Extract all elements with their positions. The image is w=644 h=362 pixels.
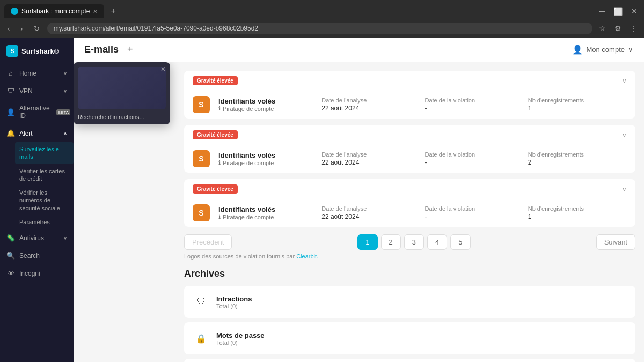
- app-container: S Surfshark® ⌂ Home ∨ 🛡 VPN ∨ 👤 Alternat…: [0, 38, 644, 362]
- back-button[interactable]: ‹: [4, 24, 13, 34]
- tab-close-button[interactable]: ✕: [93, 8, 98, 15]
- page-5-button[interactable]: 5: [450, 234, 470, 250]
- severity-badge-1: Gravité élevée: [193, 76, 238, 85]
- sidebar-item-ssn[interactable]: Vérifier les numéros de sécurité sociale: [19, 186, 74, 215]
- breach-subtitle-icon-2: ℹ: [218, 159, 221, 166]
- alert-label: Alert: [19, 130, 33, 137]
- archive-item-passwords[interactable]: 🔒 Mots de passe Total (0): [184, 322, 635, 354]
- breach-expand-1[interactable]: ∨: [622, 77, 627, 85]
- breach-avatar-2: S: [193, 150, 210, 167]
- sidebar-item-emails[interactable]: Surveillez les e-mails: [15, 142, 74, 164]
- passwords-count: Total (0): [216, 339, 265, 346]
- emails-label: Surveillez les e-mails: [19, 146, 61, 160]
- sidebar-item-home[interactable]: ⌂ Home ∨: [0, 64, 74, 82]
- account-label: Mon compte: [586, 46, 625, 54]
- archives-section: Archives 🛡 Infractions Total (0) 🔒 Mots …: [184, 268, 635, 362]
- infractions-label: Infractions: [216, 295, 252, 303]
- sidebar-item-vpn[interactable]: 🛡 VPN ∨: [0, 82, 74, 100]
- minimize-button[interactable]: ─: [597, 6, 607, 17]
- breach-info-3: Identifiants volés ℹ Piratage de compte: [218, 205, 317, 220]
- tab-bar: Surfshark : mon compte ✕ + ─ ⬜ ✕: [0, 0, 644, 19]
- breach-header-1[interactable]: Gravité élevée ∨: [184, 71, 635, 91]
- severity-badge-2: Gravité élevée: [193, 130, 238, 139]
- breach-subtitle-icon-1: ℹ: [218, 105, 221, 112]
- severity-badge-3: Gravité élevée: [193, 184, 238, 194]
- sidebar-item-incognito[interactable]: 👁 Incogni: [0, 264, 74, 282]
- bookmark-button[interactable]: ☆: [597, 23, 608, 34]
- next-button[interactable]: Suivant: [596, 234, 635, 250]
- sidebar-item-search[interactable]: 🔍 Search: [0, 247, 74, 264]
- account-button[interactable]: 👤 Mon compte ∨: [572, 45, 633, 55]
- breach-subtitle-3: ℹ Piratage de compte: [218, 213, 317, 220]
- reload-button[interactable]: ↻: [31, 24, 43, 34]
- breach-subtitle-2: ℹ Piratage de compte: [218, 159, 317, 166]
- breach-list: Gravité élevée ∨ S Identifiants volés ℹ …: [184, 71, 635, 362]
- add-email-button[interactable]: +: [124, 43, 136, 56]
- clearbit-link[interactable]: Clearbit.: [296, 253, 318, 260]
- page-1-button[interactable]: 1: [357, 234, 377, 250]
- page-2-button[interactable]: 2: [381, 234, 401, 250]
- dropdown-close-button[interactable]: ✕: [160, 65, 166, 73]
- page-4-button[interactable]: 4: [427, 234, 447, 250]
- prev-button[interactable]: Précédent: [184, 234, 232, 250]
- sidebar-item-cards[interactable]: Vérifier les cartes de crédit: [19, 164, 74, 186]
- breach-subtitle-icon-3: ℹ: [218, 213, 221, 220]
- menu-button[interactable]: ⋮: [628, 23, 640, 34]
- logo-shark: S: [11, 48, 14, 54]
- params-label: Paramètres: [19, 219, 50, 225]
- close-browser-button[interactable]: ✕: [629, 6, 640, 17]
- archive-item-personal[interactable]: 📄 Informations personnelles Total (0): [184, 359, 635, 362]
- antivirus-label: Antivirus: [19, 234, 44, 242]
- breach-avatar-1: S: [193, 96, 210, 113]
- antivirus-icon: 🦠: [6, 234, 15, 242]
- sidebar: S Surfshark® ⌂ Home ∨ 🛡 VPN ∨ 👤 Alternat…: [0, 38, 74, 362]
- sidebar-item-antivirus[interactable]: 🦠 Antivirus ∨: [0, 229, 74, 247]
- url-text: my.surfshark.com/alert/email/01917fa5-5e…: [54, 25, 258, 32]
- breach-header-2[interactable]: Gravité élevée ∨: [184, 125, 635, 145]
- header-right: 👤 Mon compte ∨: [572, 45, 633, 55]
- breach-avatar-3: S: [193, 204, 210, 221]
- alert-chevron: ∧: [63, 130, 67, 136]
- breach-count-3: Nb d'enregistrements 1: [528, 205, 627, 220]
- dropdown-text: Recherche d'infractions...: [78, 114, 166, 120]
- breach-date-3: Date de l'analyse 22 août 2024: [321, 205, 420, 220]
- active-tab[interactable]: Surfshark : mon compte ✕: [4, 4, 104, 18]
- page-3-button[interactable]: 3: [404, 234, 424, 250]
- search-label: Search: [19, 252, 40, 260]
- archive-item-infractions[interactable]: 🛡 Infractions Total (0): [184, 286, 635, 318]
- home-chevron: ∨: [63, 70, 67, 76]
- page-numbers: 1 2 3 4 5: [232, 234, 596, 250]
- account-chevron: ∨: [628, 46, 633, 54]
- altid-icon: 👤: [6, 108, 15, 116]
- dropdown-image: [78, 67, 166, 109]
- antivirus-chevron: ∨: [63, 235, 67, 241]
- infractions-icon: 🛡: [193, 293, 210, 311]
- new-tab-button[interactable]: +: [106, 4, 120, 18]
- breach-expand-2[interactable]: ∨: [622, 131, 627, 139]
- sidebar-item-altid[interactable]: 👤 Alternative ID BETA: [0, 100, 74, 124]
- page-title: E-mails: [84, 44, 119, 55]
- restore-button[interactable]: ⬜: [611, 6, 625, 17]
- breach-subtitle-1: ℹ Piratage de compte: [218, 105, 317, 112]
- ssn-label: Vérifier les numéros de sécurité sociale: [19, 189, 60, 211]
- dropdown-card: ✕ Recherche d'infractions...: [74, 62, 170, 124]
- breach-title-1: Identifiants volés: [218, 97, 317, 105]
- breach-body-2: S Identifiants volés ℹ Piratage de compt…: [184, 145, 635, 173]
- content-area: ✕ Recherche d'infractions... Gravité éle…: [74, 62, 644, 362]
- logo: S Surfshark®: [0, 38, 74, 64]
- tab-label: Surfshark : mon compte: [21, 8, 90, 15]
- page-header: E-mails + 👤 Mon compte ∨: [74, 38, 644, 62]
- alert-submenu: Surveillez les e-mails Vérifier les cart…: [0, 142, 74, 229]
- search-icon: 🔍: [6, 252, 15, 260]
- url-bar[interactable]: my.surfshark.com/alert/email/01917fa5-5e…: [47, 23, 592, 34]
- sidebar-item-alert[interactable]: 🔔 Alert ∧: [0, 124, 74, 142]
- breach-header-3[interactable]: Gravité élevée ∨: [184, 179, 635, 199]
- breach-info-2: Identifiants volés ℹ Piratage de compte: [218, 151, 317, 166]
- breach-expand-3[interactable]: ∨: [622, 186, 627, 193]
- sidebar-item-params[interactable]: Paramètres: [19, 215, 74, 229]
- breach-violation-2: Date de la violation -: [425, 151, 524, 166]
- tab-favicon: [11, 8, 18, 15]
- forward-button[interactable]: ›: [17, 24, 26, 34]
- alert-icon: 🔔: [6, 129, 15, 137]
- extensions-button[interactable]: ⚙: [612, 23, 624, 34]
